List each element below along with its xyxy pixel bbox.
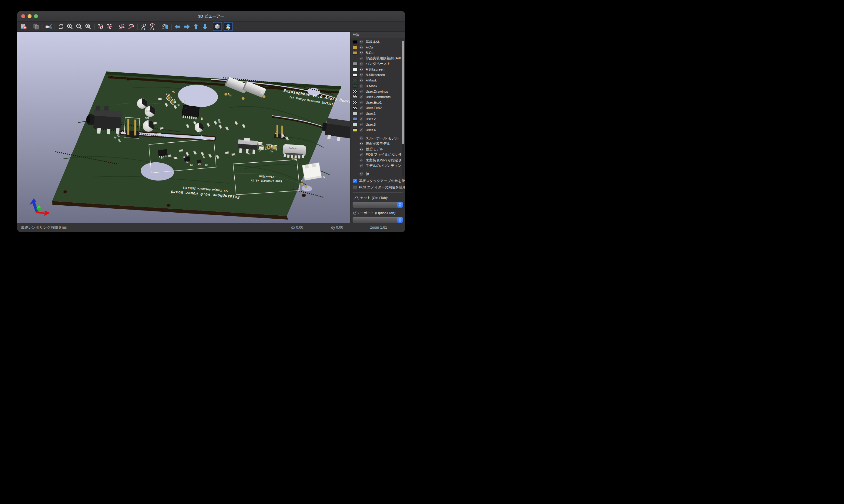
layer-color-swatch[interactable] xyxy=(352,106,358,110)
eye-visible-icon[interactable] xyxy=(359,141,363,146)
layer-color-swatch[interactable] xyxy=(352,57,358,60)
eye-visible-icon[interactable] xyxy=(359,40,363,44)
eye-visible-icon[interactable] xyxy=(359,84,363,88)
layer-row[interactable]: User.Eco2 xyxy=(350,105,401,111)
layer-row[interactable]: 基板本体 xyxy=(350,39,401,44)
eye-visible-icon[interactable] xyxy=(359,136,363,140)
layer-color-swatch[interactable] xyxy=(352,123,358,126)
flip-board-button[interactable] xyxy=(161,22,170,31)
use-pcb-copper-color-checkbox[interactable] xyxy=(353,185,357,190)
layer-row[interactable]: User.Comments xyxy=(350,94,401,100)
layer-color-swatch[interactable] xyxy=(352,147,358,151)
rotate-y-ccw-button[interactable]: Y xyxy=(127,22,136,31)
use-pcb-copper-color-row[interactable]: PCB エディターの銅色を使用 xyxy=(350,184,405,191)
rotate-z-cw-button[interactable]: Z xyxy=(139,22,148,31)
layer-color-swatch[interactable] xyxy=(352,46,358,49)
eye-hidden-icon[interactable] xyxy=(359,158,363,162)
layer-color-swatch[interactable] xyxy=(352,164,358,167)
eye-hidden-icon[interactable] xyxy=(359,111,363,116)
layer-row[interactable]: 表面実装モデル xyxy=(350,141,401,146)
eye-hidden-icon[interactable] xyxy=(359,100,363,105)
eye-hidden-icon[interactable] xyxy=(359,164,363,168)
layer-row[interactable]: 未実装 (DNP) が指定さ xyxy=(350,158,401,163)
layer-row[interactable]: POS ファイルにないモデ xyxy=(350,152,401,158)
scrollbar[interactable] xyxy=(402,40,404,177)
show-layers-toggle[interactable] xyxy=(224,22,233,31)
viewport-dropdown[interactable] xyxy=(352,217,403,223)
eye-visible-icon[interactable] xyxy=(359,51,363,55)
layer-row[interactable]: B.Mask xyxy=(350,83,401,89)
layer-row[interactable]: F.Mask xyxy=(350,77,401,83)
layer-color-swatch[interactable] xyxy=(352,153,358,156)
layer-row[interactable]: User.2 xyxy=(350,116,401,122)
layer-color-swatch[interactable] xyxy=(352,117,358,121)
viewport-dropdown-stepper[interactable] xyxy=(397,217,403,223)
eye-visible-icon[interactable] xyxy=(359,78,363,83)
eye-hidden-icon[interactable] xyxy=(359,89,363,94)
zoom-fit-button[interactable] xyxy=(84,22,93,31)
refresh-view-button[interactable] xyxy=(56,22,66,31)
eye-hidden-icon[interactable] xyxy=(359,106,363,110)
reload-board-button[interactable] xyxy=(19,22,28,31)
layer-row[interactable]: F.Silkscreen xyxy=(350,67,401,72)
pan-up-button[interactable] xyxy=(191,22,201,31)
orthographic-projection-toggle[interactable] xyxy=(213,22,222,31)
eye-hidden-icon[interactable] xyxy=(359,117,363,121)
layer-row[interactable]: B.Cu xyxy=(350,50,401,55)
3d-viewport[interactable]: Exidiophone v6.0 Audio Board (c) Tomoya … xyxy=(17,32,350,224)
eye-visible-icon[interactable] xyxy=(359,172,363,176)
layer-color-swatch[interactable] xyxy=(352,84,358,88)
layer-color-swatch[interactable] xyxy=(352,73,358,77)
raytrace-render-button[interactable] xyxy=(44,22,53,31)
rotate-y-cw-button[interactable]: Y xyxy=(118,22,127,31)
use-stackup-colors-row[interactable]: 基板スタックアップの色を使用 xyxy=(350,178,405,184)
layer-row[interactable]: User.1 xyxy=(350,111,401,116)
layer-row[interactable]: スルーホール モデル xyxy=(350,136,401,141)
layer-row[interactable]: User.Eco1 xyxy=(350,100,401,105)
eye-visible-icon[interactable] xyxy=(359,147,363,151)
eye-hidden-icon[interactable] xyxy=(359,56,363,60)
pan-right-button[interactable] xyxy=(182,22,191,31)
layer-color-swatch[interactable] xyxy=(352,159,358,162)
layer-row[interactable]: ハンダペースト xyxy=(350,61,401,67)
zoom-out-button[interactable] xyxy=(74,22,84,31)
layer-color-swatch[interactable] xyxy=(352,101,358,104)
layer-row[interactable]: B.Silkscreen xyxy=(350,72,401,77)
eye-hidden-icon[interactable] xyxy=(359,152,363,157)
preset-dropdown-stepper[interactable] xyxy=(397,202,403,208)
scrollbar-thumb[interactable] xyxy=(402,41,404,144)
layer-color-swatch[interactable] xyxy=(352,95,358,98)
layer-row[interactable]: モデルのバウンディング xyxy=(350,163,401,168)
eye-hidden-icon[interactable] xyxy=(359,95,363,99)
eye-hidden-icon[interactable] xyxy=(359,122,363,127)
layer-color-swatch[interactable] xyxy=(352,40,358,43)
layer-color-swatch[interactable] xyxy=(352,68,358,71)
layer-color-swatch[interactable] xyxy=(352,51,358,55)
pan-left-button[interactable] xyxy=(173,22,182,31)
layer-row[interactable]: User.3 xyxy=(350,122,401,127)
pan-down-button[interactable] xyxy=(201,22,209,31)
layer-row[interactable]: User.Drawings xyxy=(350,89,401,94)
layer-color-swatch[interactable] xyxy=(352,90,358,93)
eye-visible-icon[interactable] xyxy=(359,67,363,71)
layer-row[interactable]: 仮想モデル xyxy=(350,147,401,152)
layer-color-swatch[interactable] xyxy=(352,79,358,82)
layer-row[interactable]: 部品実装用接着剤 (Adh xyxy=(350,56,401,61)
eye-visible-icon[interactable] xyxy=(359,45,363,49)
layer-color-swatch[interactable] xyxy=(352,137,358,140)
rotate-x-cw-button[interactable]: X xyxy=(96,22,105,31)
layer-color-swatch[interactable] xyxy=(352,142,358,145)
eye-hidden-icon[interactable] xyxy=(359,128,363,132)
layer-color-swatch[interactable] xyxy=(352,128,358,132)
eye-visible-icon[interactable] xyxy=(359,73,363,77)
preset-dropdown[interactable] xyxy=(352,202,403,208)
layer-color-swatch[interactable] xyxy=(352,112,358,115)
layer-row[interactable]: F.Cu xyxy=(350,44,401,50)
zoom-in-button[interactable] xyxy=(66,22,74,31)
eye-visible-icon[interactable] xyxy=(359,62,363,66)
layer-row[interactable]: 値 xyxy=(350,171,401,177)
layer-color-swatch[interactable] xyxy=(352,172,358,176)
layer-color-swatch[interactable] xyxy=(352,62,358,66)
copy-image-button[interactable] xyxy=(32,22,41,31)
use-stackup-colors-checkbox[interactable] xyxy=(353,179,357,183)
